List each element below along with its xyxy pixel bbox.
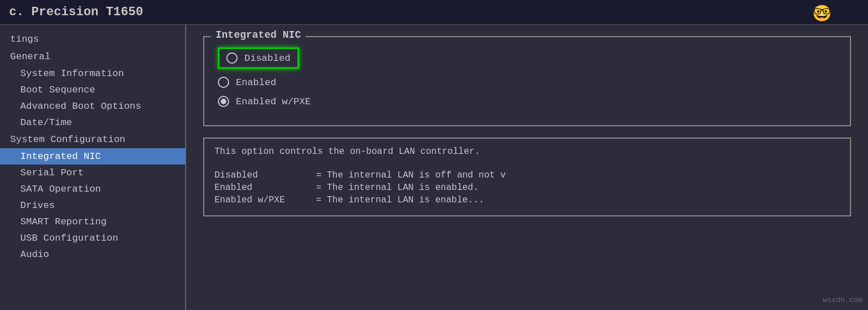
desc-row-pxe-right: = The internal LAN is enable... bbox=[316, 195, 840, 205]
sidebar-item-audio[interactable]: Audio bbox=[0, 246, 185, 263]
description-left-col: Disabled Enabled Enabled w/PXE bbox=[214, 170, 316, 207]
radio-option-disabled[interactable]: Disabled bbox=[218, 47, 299, 69]
bios-screen: c. Precision T1650 🤓 tings General Syste… bbox=[0, 0, 868, 310]
title-bar: c. Precision T1650 🤓 bbox=[0, 0, 868, 25]
desc-row-enabled-left: Enabled bbox=[214, 183, 316, 193]
radio-label-pxe: Enabled w/PXE bbox=[236, 96, 311, 107]
desc-row-pxe-left: Enabled w/PXE bbox=[214, 195, 316, 205]
radio-label-enabled: Enabled bbox=[236, 77, 276, 88]
sidebar-item-serial-port[interactable]: Serial Port bbox=[0, 165, 185, 181]
sidebar-item-usb-configuration[interactable]: USB Configuration bbox=[0, 230, 185, 246]
nic-section: Integrated NIC Disabled Enabled bbox=[203, 36, 851, 126]
sidebar-item-drives[interactable]: Drives bbox=[0, 197, 185, 214]
radio-label-disabled: Disabled bbox=[244, 53, 291, 64]
sidebar-item-date-time[interactable]: Date/Time bbox=[0, 114, 185, 131]
right-panel: Integrated NIC Disabled Enabled bbox=[186, 25, 868, 310]
radio-option-enabled-pxe[interactable]: Enabled w/PXE bbox=[218, 96, 836, 107]
sidebar-item-sata-operation[interactable]: SATA Operation bbox=[0, 181, 185, 197]
description-table: Disabled Enabled Enabled w/PXE = The int… bbox=[214, 170, 840, 207]
desc-row-enabled-right: = The internal LAN is enabled. bbox=[316, 183, 840, 193]
desc-row-disabled-left: Disabled bbox=[214, 170, 316, 180]
sidebar-header-general: General bbox=[0, 48, 185, 65]
top-right-icon: 🤓 bbox=[809, 2, 834, 25]
watermark: wsxdn.com bbox=[823, 296, 862, 304]
desc-row-disabled-right: = The internal LAN is off and not v bbox=[316, 170, 840, 180]
description-box: This option controls the on-board LAN co… bbox=[203, 138, 851, 216]
sidebar-header-system-configuration: System Configuration bbox=[0, 131, 185, 148]
description-right-col: = The internal LAN is off and not v = Th… bbox=[316, 170, 840, 207]
sidebar-item-integrated-nic[interactable]: Integrated NIC bbox=[0, 148, 185, 165]
radio-circle-enabled bbox=[218, 77, 229, 88]
radio-dot-pxe bbox=[221, 99, 226, 104]
description-intro: This option controls the on-board LAN co… bbox=[214, 147, 840, 157]
main-content: tings General System Information Boot Se… bbox=[0, 25, 868, 310]
sidebar-item-advanced-boot-options[interactable]: Advanced Boot Options bbox=[0, 98, 185, 114]
radio-option-enabled[interactable]: Enabled bbox=[218, 77, 836, 88]
character-icon: 🤓 bbox=[812, 4, 832, 23]
sidebar: tings General System Information Boot Se… bbox=[0, 25, 186, 310]
sidebar-item-system-information[interactable]: System Information bbox=[0, 65, 185, 82]
sidebar-header-tings: tings bbox=[0, 30, 185, 48]
radio-circle-disabled bbox=[226, 52, 238, 64]
sidebar-item-boot-sequence[interactable]: Boot Sequence bbox=[0, 82, 185, 98]
nic-section-title: Integrated NIC bbox=[211, 29, 305, 41]
radio-circle-pxe bbox=[218, 96, 229, 107]
sidebar-item-smart-reporting[interactable]: SMART Reporting bbox=[0, 214, 185, 230]
title-text: c. Precision T1650 bbox=[9, 5, 143, 19]
